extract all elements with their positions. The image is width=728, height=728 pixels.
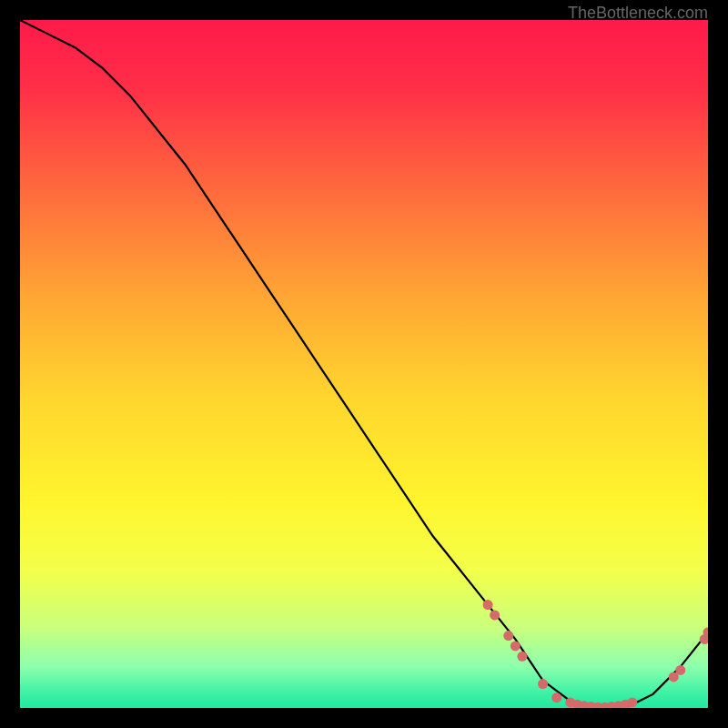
data-marker: [511, 641, 521, 651]
chart-area: [20, 20, 708, 708]
data-marker: [551, 693, 561, 703]
data-marker: [483, 600, 493, 610]
data-marker: [538, 679, 548, 689]
data-marker: [627, 697, 637, 707]
data-marker: [675, 665, 685, 675]
bottleneck-curve: [20, 20, 708, 708]
data-marker: [490, 610, 500, 620]
chart-overlay: [20, 20, 708, 708]
data-marker: [503, 631, 513, 641]
data-markers: [483, 600, 708, 708]
data-marker: [517, 652, 527, 662]
chart-container: TheBottleneck.com: [0, 0, 728, 728]
